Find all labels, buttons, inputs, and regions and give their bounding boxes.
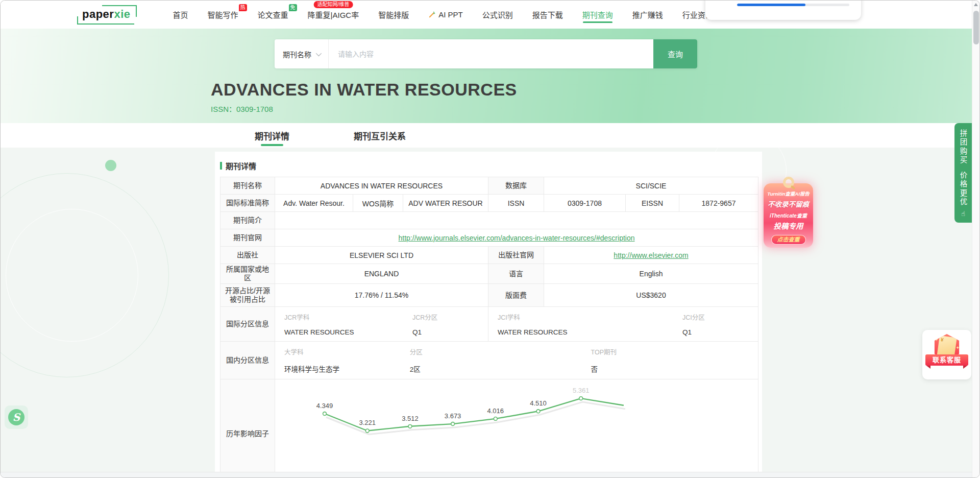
decorative-dot bbox=[105, 160, 116, 171]
top-journal-value: 否 bbox=[591, 364, 749, 374]
jcr-subject-label: JCR学科 bbox=[284, 312, 412, 322]
side-helper-widget[interactable]: S bbox=[5, 405, 28, 429]
promo-line-3: iThenticate查重 bbox=[764, 211, 813, 219]
nav-item-ai-ppt[interactable]: AI PPT bbox=[419, 1, 473, 29]
field-label-country: 所属国家或地区 bbox=[220, 264, 275, 284]
nav-item-smart-writing[interactable]: 智能写作热 bbox=[198, 1, 248, 29]
nav-item-promotion-earn[interactable]: 推广赚钱 bbox=[623, 1, 673, 29]
field-value-page-fee: US$3620 bbox=[544, 284, 758, 307]
tab-journal-detail[interactable]: 期刊详情 bbox=[246, 123, 299, 148]
jci-zone-value: Q1 bbox=[682, 328, 749, 336]
field-label-wos-abbr: WOS简称 bbox=[353, 195, 403, 212]
nav-label: 公式识别 bbox=[482, 9, 513, 20]
nav-label: 论文查重 bbox=[258, 9, 288, 20]
zone-value: 2区 bbox=[410, 364, 591, 374]
table-row: 国际标准简称 Adv. Water Resour. WOS简称 ADV WATE… bbox=[220, 195, 758, 212]
scrollbar-thumb[interactable] bbox=[973, 11, 979, 44]
svg-text:3.673: 3.673 bbox=[445, 412, 461, 420]
table-row: 期刊官网 http://www.journals.elsevier.com/ad… bbox=[220, 229, 758, 247]
field-label-eissn: EISSN bbox=[626, 195, 679, 212]
scroll-up-arrow-icon[interactable] bbox=[974, 3, 978, 6]
field-value-open-access: 17.76% / 11.54% bbox=[275, 284, 488, 307]
nav-item-plagiarism-check[interactable]: 论文查重免 bbox=[248, 1, 298, 29]
table-row: 出版社 ELSEVIER SCI LTD 出版社官网 http://www.el… bbox=[220, 247, 758, 264]
journal-detail-table: 期刊名称 ADVANCES IN WATER RESOURCES 数据库 SCI… bbox=[220, 177, 758, 472]
field-value-website: http://www.journals.elsevier.com/advance… bbox=[275, 229, 758, 247]
currency-mark: ¥ bbox=[940, 337, 944, 343]
s-logo-icon: S bbox=[8, 409, 24, 425]
nav-item-journal-query[interactable]: 期刊查询 bbox=[573, 1, 623, 29]
section-title: 期刊详情 bbox=[226, 160, 256, 171]
major-subject-label: 大学科 bbox=[284, 347, 410, 356]
field-label-intl-partition: 国际分区信息 bbox=[220, 307, 275, 342]
nav-label: 降重复|AIGC率 bbox=[308, 9, 359, 20]
vertical-scrollbar[interactable] bbox=[972, 1, 979, 477]
download-popup bbox=[705, 0, 861, 20]
field-value-database: SCI/SCIE bbox=[544, 177, 758, 195]
svg-text:4.510: 4.510 bbox=[530, 399, 547, 407]
sparkle-icon: ✦ bbox=[935, 337, 939, 342]
free-badge: 免 bbox=[289, 4, 297, 11]
logo-bracket bbox=[102, 5, 137, 17]
issn-value: 0309-1708 bbox=[236, 105, 273, 113]
journal-website-link[interactable]: http://www.journals.elsevier.com/advance… bbox=[399, 234, 635, 242]
field-label-intl-abbr: 国际标准简称 bbox=[220, 195, 275, 212]
popup-progress-fill bbox=[737, 4, 805, 6]
search-category-select[interactable]: 期刊名称 bbox=[275, 39, 329, 68]
jci-subject-label: JCI学科 bbox=[498, 312, 682, 322]
site-logo[interactable]: paperxie bbox=[77, 5, 137, 25]
domestic-partition-cell: 大学科 分区 TOP期刊 环境科学与生态学 2区 否 bbox=[275, 342, 758, 379]
field-label-page-fee: 版面费 bbox=[488, 284, 544, 307]
search-input[interactable] bbox=[329, 39, 653, 68]
svg-text:5.361: 5.361 bbox=[573, 387, 590, 394]
nav-label: 智能排版 bbox=[378, 9, 409, 20]
table-row: 期刊名称 ADVANCES IN WATER RESOURCES 数据库 SCI… bbox=[220, 177, 758, 195]
table-row: 历年影响因子 201520162017201820192020202120222… bbox=[220, 379, 758, 472]
field-label-database: 数据库 bbox=[488, 177, 544, 195]
nav-label: 期刊查询 bbox=[582, 9, 613, 20]
field-label-intro: 期刊简介 bbox=[220, 212, 275, 229]
jci-subject-value: WATER RESOURCES bbox=[498, 328, 682, 336]
nav-item-home[interactable]: 首页 bbox=[163, 1, 198, 29]
journal-title: ADVANCES IN WATER RESOURCES bbox=[211, 80, 517, 100]
field-value-publisher-site: http://www.elsevier.com bbox=[544, 247, 758, 264]
progress-track bbox=[737, 4, 849, 6]
browser-window: paperxie 首页 智能写作热 论文查重免 降重复|AIGC率适配知网/维普… bbox=[0, 0, 980, 478]
field-label-impact-factor: 历年影响因子 bbox=[220, 379, 275, 472]
nav-item-aigc-reduce[interactable]: 降重复|AIGC率适配知网/维普 bbox=[298, 1, 369, 29]
nav-label: 报告下载 bbox=[532, 9, 563, 20]
jcr-zone-label: JCR分区 bbox=[412, 312, 479, 322]
svg-text:3.512: 3.512 bbox=[402, 415, 419, 422]
promo-line-1: Turnitin查重AI报告 bbox=[764, 190, 813, 197]
table-row: 开源占比/开源被引用占比 17.76% / 11.54% 版面费 US$3620 bbox=[220, 284, 758, 307]
jci-zone-label: JCI分区 bbox=[682, 312, 749, 322]
svg-text:3.221: 3.221 bbox=[359, 419, 376, 426]
nav-label: 首页 bbox=[173, 9, 188, 20]
nav-item-formula-recognition[interactable]: 公式识别 bbox=[473, 1, 523, 29]
field-label-journal-name: 期刊名称 bbox=[220, 177, 275, 195]
field-label-domestic-partition: 国内分区信息 bbox=[220, 342, 275, 379]
tab-journal-citation-relation[interactable]: 期刊互引关系 bbox=[345, 123, 415, 148]
horizontal-scrollbar[interactable] bbox=[1, 472, 972, 477]
group-buy-text-2: 价格更优 bbox=[958, 171, 969, 207]
top-journal-label: TOP期刊 bbox=[591, 347, 749, 356]
journal-detail-card: 期刊详情 期刊名称 ADVANCES IN WATER RESOURCES 数据… bbox=[215, 152, 762, 472]
issn-label: ISSN： bbox=[211, 105, 236, 113]
turnitin-promo-badge[interactable]: Turnitin查重AI报告 不收录不留痕 iThenticate查重 投稿专用… bbox=[764, 183, 813, 248]
decorative-ring bbox=[6, 209, 138, 342]
field-value-eissn: 1872-9657 bbox=[679, 195, 758, 212]
publisher-website-link[interactable]: http://www.elsevier.com bbox=[614, 251, 688, 259]
promo-check-button[interactable]: 点击查重 bbox=[771, 235, 806, 245]
field-label-open-access: 开源占比/开源被引用占比 bbox=[220, 284, 275, 307]
nav-item-report-download[interactable]: 报告下载 bbox=[523, 1, 573, 29]
group-buy-float-button[interactable]: 拼团购买 价格更优 ☝ bbox=[954, 123, 972, 223]
field-value-country: ENGLAND bbox=[275, 264, 488, 284]
jcr-zone-value: Q1 bbox=[412, 328, 479, 336]
intl-partition-jci: JCI学科 JCI分区 WATER RESOURCES Q1 bbox=[488, 307, 758, 342]
card-section-header: 期刊详情 bbox=[220, 160, 762, 171]
contact-service-ribbon: 联系客服 bbox=[925, 354, 968, 366]
pointing-hand-icon: ☝ bbox=[961, 210, 965, 218]
nav-item-smart-typesetting[interactable]: 智能排版 bbox=[369, 1, 419, 29]
search-button[interactable]: 查询 bbox=[653, 39, 697, 68]
contact-service-widget[interactable]: ¥ ✦ ✦ 联系客服 bbox=[922, 330, 971, 379]
